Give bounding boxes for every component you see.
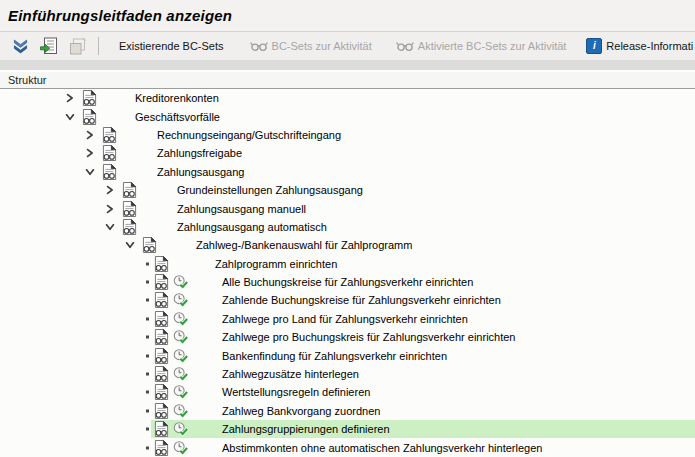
chevron-down-icon[interactable] xyxy=(105,222,115,232)
tree-node-selected[interactable]: Zahlungsgruppierungen definieren xyxy=(0,420,695,438)
img-activity-icon[interactable] xyxy=(173,440,188,455)
tree-node[interactable]: Zahlungsfreigabe xyxy=(0,144,695,162)
chevron-down-icon[interactable] xyxy=(65,112,75,122)
activated-bc-sets-for-activity-button: Aktivierte BC-Sets zur Aktivität xyxy=(396,40,567,52)
chevron-right-icon[interactable] xyxy=(85,148,95,158)
tree-node[interactable]: Grundeinstellungen Zahlungsausgang xyxy=(0,181,695,199)
documentation-icon[interactable] xyxy=(154,329,169,346)
tree-header-label: Struktur xyxy=(8,74,47,86)
chevron-down-icon[interactable] xyxy=(85,167,95,177)
chevron-right-icon[interactable] xyxy=(65,93,75,103)
bullet-icon xyxy=(146,281,149,284)
tree-node-label[interactable]: Zahlwege pro Buchungskreis für Zahlungsv… xyxy=(222,331,516,344)
glasses-icon xyxy=(396,40,414,52)
tree-node-label[interactable]: Rechnungseingang/Gutschrifteingang xyxy=(157,128,341,141)
bc-sets-for-activity-label: BC-Sets zur Aktivität xyxy=(272,40,372,52)
img-activity-icon[interactable] xyxy=(173,275,188,290)
documentation-icon[interactable] xyxy=(154,274,169,291)
tree-node[interactable]: Kreditorenkonten xyxy=(0,89,695,107)
bullet-icon xyxy=(146,336,149,339)
tree-node[interactable]: Bankenfindung für Zahlungsverkehr einric… xyxy=(0,346,695,364)
tree-node-label[interactable]: Abstimmkonten ohne automatischen Zahlung… xyxy=(222,441,542,454)
documentation-icon[interactable] xyxy=(142,237,157,254)
tree-node[interactable]: Abstimmkonten ohne automatischen Zahlung… xyxy=(0,438,695,456)
tree-node[interactable]: Zahlungsausgang xyxy=(0,163,695,181)
tree-node-label[interactable]: Zahlungsgruppierungen definieren xyxy=(222,423,390,436)
documentation-icon[interactable] xyxy=(82,108,97,125)
page-title: Einführungsleitfaden anzeigen xyxy=(8,7,232,24)
documentation-icon[interactable] xyxy=(154,347,169,364)
toolbar-content-divider xyxy=(0,60,695,72)
tree-node[interactable]: Wertstellungsregeln definieren xyxy=(0,383,695,401)
tree-node-label[interactable]: Zahlende Buchungskreise für Zahlungsverk… xyxy=(222,294,501,307)
img-activity-icon[interactable] xyxy=(173,293,188,308)
documentation-icon[interactable] xyxy=(102,126,117,143)
double-chevron-down-icon xyxy=(13,39,28,54)
documentation-icon[interactable] xyxy=(122,200,137,217)
toolbar-separator xyxy=(98,37,99,55)
tree-node[interactable]: Zahlprogramm einrichten xyxy=(0,255,695,273)
position-button[interactable] xyxy=(37,34,61,58)
documentation-icon[interactable] xyxy=(154,402,169,419)
tree-node-label[interactable]: Wertstellungsregeln definieren xyxy=(222,386,370,399)
documentation-icon[interactable] xyxy=(102,145,117,162)
tree-node-label[interactable]: Bankenfindung für Zahlungsverkehr einric… xyxy=(222,349,447,362)
img-structure-tree: Kreditorenkonten Geschäftsvorfälle Rechn… xyxy=(0,89,695,457)
tree-node[interactable]: Zahlwege pro Buchungskreis für Zahlungsv… xyxy=(0,328,695,346)
tree-node-label[interactable]: Zahlungsausgang manuell xyxy=(177,202,306,215)
tree-node-label[interactable]: Zahlwegzusätze hinterlegen xyxy=(222,368,359,381)
tree-node-label[interactable]: Zahlungsfreigabe xyxy=(157,147,242,160)
img-activity-icon[interactable] xyxy=(173,348,188,363)
img-activity-icon[interactable] xyxy=(173,403,188,418)
documentation-icon[interactable] xyxy=(154,255,169,272)
img-activity-icon[interactable] xyxy=(173,311,188,326)
bullet-icon xyxy=(146,391,149,394)
chevron-down-icon[interactable] xyxy=(125,240,135,250)
tree-node[interactable]: Zahlende Buchungskreise für Zahlungsverk… xyxy=(0,291,695,309)
tree-node-label[interactable]: Kreditorenkonten xyxy=(135,92,219,105)
tree-node-label[interactable]: Zahlweg Bankvorgang zuordnen xyxy=(222,404,380,417)
tree-node[interactable]: Rechnungseingang/Gutschrifteingang xyxy=(0,126,695,144)
documentation-icon[interactable] xyxy=(82,90,97,107)
documentation-icon[interactable] xyxy=(154,366,169,383)
tree-node-label[interactable]: Alle Buchungskreise für Zahlungsverkehr … xyxy=(222,276,473,289)
documentation-icon[interactable] xyxy=(154,310,169,327)
documentation-icon[interactable] xyxy=(122,182,137,199)
info-icon: i xyxy=(586,38,602,54)
img-activity-icon[interactable] xyxy=(173,367,188,382)
copy-button xyxy=(66,34,90,58)
img-activity-icon[interactable] xyxy=(173,385,188,400)
tree-node-label[interactable]: Zahlungsausgang automatisch xyxy=(177,220,327,233)
tree-node[interactable]: Zahlungsausgang manuell xyxy=(0,199,695,217)
tree-node-label[interactable]: Zahlweg-/Bankenauswahl für Zahlprogramm xyxy=(196,239,412,252)
existing-bc-sets-button[interactable]: Existierende BC-Sets xyxy=(117,37,226,55)
documentation-icon[interactable] xyxy=(154,439,169,456)
documentation-icon[interactable] xyxy=(154,384,169,401)
chevron-right-icon[interactable] xyxy=(105,185,115,195)
application-toolbar: Existierende BC-Sets BC-Sets zur Aktivit… xyxy=(0,32,695,60)
tree-node-label[interactable]: Zahlprogramm einrichten xyxy=(215,257,337,270)
position-list-arrow-icon xyxy=(40,37,58,55)
tree-node-label[interactable]: Zahlungsausgang xyxy=(157,165,244,178)
chevron-right-icon[interactable] xyxy=(105,204,115,214)
chevron-right-icon[interactable] xyxy=(85,130,95,140)
expand-collapse-button[interactable] xyxy=(8,34,32,58)
documentation-icon[interactable] xyxy=(154,421,169,438)
documentation-icon[interactable] xyxy=(122,218,137,235)
tree-node[interactable]: Zahlweg-/Bankenauswahl für Zahlprogramm xyxy=(0,236,695,254)
tree-node[interactable]: Zahlwege pro Land für Zahlungsverkehr ei… xyxy=(0,310,695,328)
tree-panel-header: Struktur xyxy=(0,72,695,89)
tree-node[interactable]: Geschäftsvorfälle xyxy=(0,107,695,125)
tree-node-label[interactable]: Grundeinstellungen Zahlungsausgang xyxy=(177,184,363,197)
tree-node-label[interactable]: Zahlwege pro Land für Zahlungsverkehr ei… xyxy=(222,312,468,325)
img-activity-icon[interactable] xyxy=(173,330,188,345)
documentation-icon[interactable] xyxy=(102,163,117,180)
documentation-icon[interactable] xyxy=(154,292,169,309)
img-activity-icon[interactable] xyxy=(173,422,188,437)
tree-node[interactable]: Zahlwegzusätze hinterlegen xyxy=(0,365,695,383)
tree-node-label[interactable]: Geschäftsvorfälle xyxy=(135,110,220,123)
release-information-button[interactable]: i Release-Informati xyxy=(586,38,693,54)
tree-node[interactable]: Alle Buchungskreise für Zahlungsverkehr … xyxy=(0,273,695,291)
tree-node[interactable]: Zahlungsausgang automatisch xyxy=(0,218,695,236)
tree-node[interactable]: Zahlweg Bankvorgang zuordnen xyxy=(0,402,695,420)
